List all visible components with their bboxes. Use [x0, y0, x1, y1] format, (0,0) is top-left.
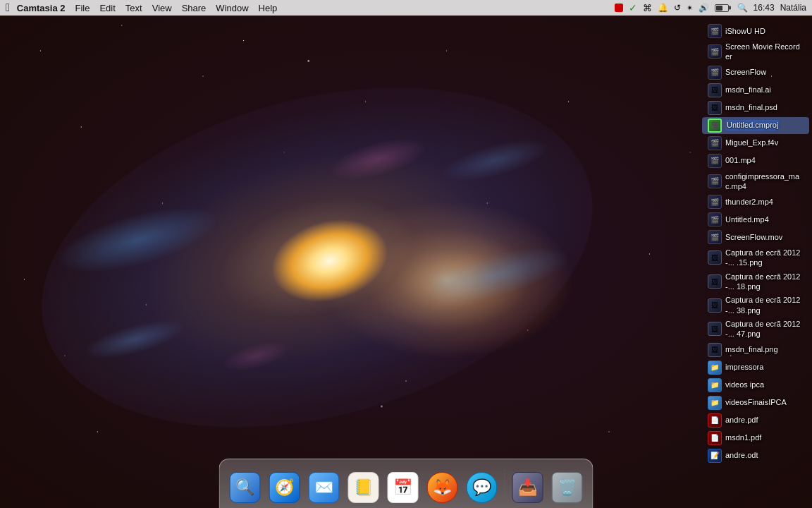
- file-item-001_mp4[interactable]: 🎬 001.mp4: [702, 152, 809, 169]
- dock-item-mail[interactable]: ✉️: [307, 470, 342, 505]
- file-label-impressora: impressora: [725, 362, 763, 372]
- file-icon-videosfinals: 📁: [708, 396, 722, 410]
- file-label-001_mp4: 001.mp4: [725, 155, 756, 165]
- file-icon-screenflow: 🎬: [708, 66, 722, 80]
- volume-icon[interactable]: 🔊: [699, 3, 709, 13]
- file-icon-captura1: 🖼: [708, 250, 722, 265]
- file-label-configimpressora: configimpressora_mac.mp4: [725, 171, 804, 192]
- file-icon-captura2: 🖼: [708, 274, 722, 289]
- file-label-msdn1_pdf: msdn1.pdf: [725, 433, 761, 442]
- menu-time: 16:43: [753, 3, 775, 13]
- file-icon-videos_ipca: 📁: [708, 378, 722, 392]
- dock-item-finder[interactable]: 🔍: [228, 470, 263, 505]
- file-item-videosfinals[interactable]: 📁 videosFinaisIPCA: [702, 394, 809, 411]
- file-item-miguel_exp[interactable]: 🎬 Miguel_Exp.f4v: [702, 135, 809, 152]
- galaxy-image: [4, 31, 630, 484]
- file-icon-captura4: 🖼: [708, 322, 722, 336]
- spotlight-icon[interactable]: 🔍: [737, 3, 748, 13]
- dock-item-downloads[interactable]: 📥: [510, 470, 546, 505]
- file-item-captura3[interactable]: 🖼 Captura de ecrã 2012-... 38.png: [702, 294, 809, 317]
- file-label-andre_odt: andre.odt: [725, 450, 758, 460]
- file-icon-captura3: 🖼: [708, 298, 722, 313]
- file-label-captura2: Captura de ecrã 2012-... 18.png: [725, 272, 804, 292]
- file-item-screenmovie[interactable]: 🎬 Screen Movie Recorder: [702, 40, 809, 64]
- file-label-ishowu: iShowU HD: [725, 26, 765, 36]
- file-item-captura1[interactable]: 🖼 Captura de ecrã 2012-... .15.png: [702, 246, 809, 270]
- file-icon-ishowu: 🎬: [708, 24, 722, 38]
- file-icon-andre_odt: 📝: [708, 449, 722, 463]
- file-item-msdn_final_psd[interactable]: 🖼 msdn_final.psd: [702, 99, 809, 116]
- file-label-andre_pdf: andre.pdf: [725, 415, 758, 425]
- battery-indicator[interactable]: [715, 4, 729, 12]
- file-icon-andre_pdf: 📄: [708, 413, 722, 428]
- backup-icon[interactable]: ✓: [629, 2, 637, 13]
- file-label-thunder2: thunder2.mp4: [725, 197, 773, 207]
- file-label-msdn_final_psd: msdn_final.psd: [725, 102, 777, 112]
- file-icon-001_mp4: 🎬: [708, 154, 722, 168]
- file-label-captura1: Captura de ecrã 2012-... .15.png: [725, 248, 804, 268]
- bluetooth-icon[interactable]: ⌘: [643, 3, 652, 13]
- file-item-videos_ipca[interactable]: 📁 videos ipca: [702, 377, 809, 394]
- file-item-thunder2[interactable]: 🎬 thunder2.mp4: [702, 193, 809, 210]
- file-icon-screenmovie: 🎬: [708, 44, 722, 59]
- file-label-untitled_mp4: Untitled.mp4: [725, 214, 769, 224]
- dock: 🔍 🧭 ✉️ 📒 📅 🦊 💬: [219, 459, 593, 508]
- file-icon-untitled_mp4: 🎬: [708, 212, 722, 226]
- dock-item-trash[interactable]: 🗑️: [550, 470, 585, 505]
- file-label-untitled_cmproj: Untitled.cmproj: [725, 120, 780, 130]
- file-icon-untitled_cmproj: 🎥: [708, 119, 722, 133]
- apple-menu[interactable]: : [6, 1, 10, 14]
- file-icon-configimpressora: 🎬: [708, 174, 722, 188]
- status-indicator: [615, 4, 623, 12]
- menu-window[interactable]: Window: [216, 3, 248, 13]
- file-label-captura4: Captura de ecrã 2012-... 47.png: [725, 319, 804, 339]
- file-item-andre_odt[interactable]: 📝 andre.odt: [702, 447, 809, 464]
- menu-share[interactable]: Share: [182, 3, 207, 13]
- file-item-msdn1_pdf[interactable]: 📄 msdn1.pdf: [702, 430, 809, 447]
- dock-item-skype[interactable]: 💬: [465, 470, 500, 505]
- app-name[interactable]: Camtasia 2: [17, 3, 66, 13]
- file-icon-msdn_final_ai: 🖼: [708, 83, 722, 97]
- menu-text[interactable]: Text: [125, 3, 142, 13]
- dock-item-safari[interactable]: 🧭: [267, 470, 302, 505]
- menubar:  Camtasia 2 File Edit Text View Share W…: [0, 0, 812, 16]
- file-icon-screenflow_mov: 🎬: [708, 230, 722, 244]
- desktop-background: [0, 0, 812, 508]
- menu-view[interactable]: View: [152, 3, 172, 13]
- file-item-andre_pdf[interactable]: 📄 andre.pdf: [702, 412, 809, 429]
- file-item-configimpressora[interactable]: 🎬 configimpressora_mac.mp4: [702, 170, 809, 193]
- file-icon-impressora: 📁: [708, 361, 722, 375]
- file-icon-msdn_final_png: 🖼: [708, 343, 722, 357]
- menu-edit[interactable]: Edit: [99, 3, 115, 13]
- file-item-impressora[interactable]: 📁 impressora: [702, 359, 809, 376]
- timemachine-icon[interactable]: ↺: [674, 3, 681, 13]
- menubar-right: ✓ ⌘ 🔔 ↺ ✴ 🔊 🔍 16:43 Natália: [615, 2, 806, 13]
- menu-help[interactable]: Help: [259, 3, 278, 13]
- file-label-msdn_final_ai: msdn_final.ai: [725, 85, 771, 95]
- dock-item-addressbook[interactable]: 📒: [346, 470, 381, 505]
- bluetooth2-icon[interactable]: ✴: [687, 4, 693, 13]
- file-item-msdn_final_ai[interactable]: 🖼 msdn_final.ai: [702, 82, 809, 99]
- dock-item-ical[interactable]: 📅: [386, 470, 421, 505]
- file-item-screenflow[interactable]: 🎬 ScreenFlow: [702, 64, 809, 81]
- desktop-files: 🎬 iShowU HD 🎬 Screen Movie Recorder 🎬 Sc…: [699, 20, 812, 473]
- file-label-videos_ipca: videos ipca: [725, 380, 764, 389]
- file-icon-thunder2: 🎬: [708, 195, 722, 209]
- file-icon-msdn_final_psd: 🖼: [708, 101, 722, 115]
- notification-icon[interactable]: 🔔: [658, 3, 668, 13]
- dock-item-firefox[interactable]: 🦊: [425, 470, 460, 505]
- file-item-captura4[interactable]: 🖼 Captura de ecrã 2012-... 47.png: [702, 318, 809, 341]
- file-item-ishowu[interactable]: 🎬 iShowU HD: [702, 23, 809, 40]
- menu-file[interactable]: File: [75, 3, 90, 13]
- dock-separator: [505, 470, 505, 498]
- file-label-screenflow_mov: ScreenFlow.mov: [725, 232, 782, 242]
- file-item-untitled_mp4[interactable]: 🎬 Untitled.mp4: [702, 211, 809, 228]
- file-item-screenflow_mov[interactable]: 🎬 ScreenFlow.mov: [702, 229, 809, 246]
- file-label-captura3: Captura de ecrã 2012-... 38.png: [725, 295, 804, 315]
- file-item-msdn_final_png[interactable]: 🖼 msdn_final.png: [702, 341, 809, 358]
- file-item-captura2[interactable]: 🖼 Captura de ecrã 2012-... 18.png: [702, 270, 809, 294]
- file-label-screenflow: ScreenFlow: [725, 67, 766, 77]
- file-item-untitled_cmproj[interactable]: 🎥 Untitled.cmproj: [702, 117, 809, 134]
- file-label-msdn_final_png: msdn_final.png: [725, 344, 778, 354]
- menu-user[interactable]: Natália: [780, 3, 806, 13]
